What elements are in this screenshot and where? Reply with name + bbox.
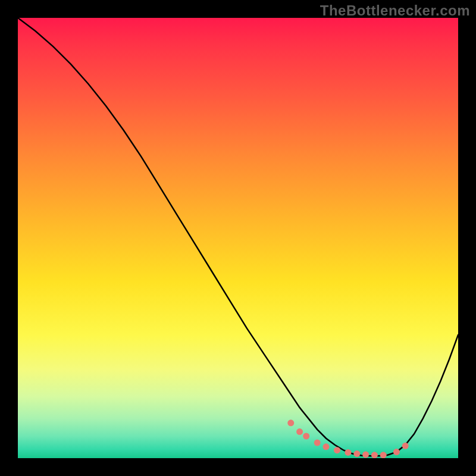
watermark-text: TheBottleneсker.com <box>320 2 470 19</box>
marker-dot <box>402 443 409 449</box>
marker-dot <box>353 450 360 457</box>
marker-group <box>287 419 408 458</box>
marker-dot <box>323 443 330 450</box>
chart-svg <box>18 18 458 458</box>
marker-dot <box>296 428 303 435</box>
marker-dot <box>380 452 387 458</box>
marker-dot <box>362 452 369 458</box>
marker-dot <box>314 440 321 446</box>
marker-dot <box>334 447 340 453</box>
plot-area <box>18 18 458 458</box>
marker-dot <box>345 449 352 456</box>
marker-dot <box>287 419 294 426</box>
bottleneck-curve <box>18 18 458 456</box>
marker-dot <box>393 449 400 455</box>
marker-dot <box>371 452 378 458</box>
marker-dot <box>303 433 309 440</box>
chart-frame: TheBottleneсker.com <box>0 0 476 476</box>
